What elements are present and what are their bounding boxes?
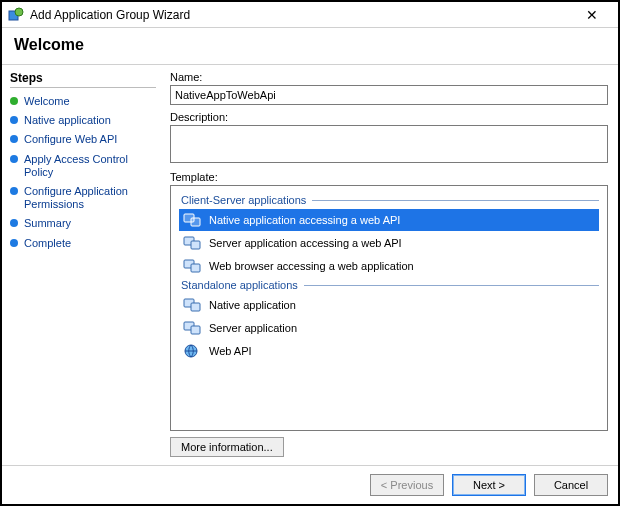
template-item-label: Server application accessing a web API xyxy=(209,237,402,249)
close-button[interactable]: ✕ xyxy=(572,7,612,23)
step-item[interactable]: Apply Access Control Policy xyxy=(10,150,156,182)
template-item-label: Native application xyxy=(209,299,296,311)
template-item-native-to-webapi[interactable]: Native application accessing a web API xyxy=(179,209,599,231)
template-label: Template: xyxy=(170,171,608,183)
native-app-icon xyxy=(183,297,201,313)
divider xyxy=(304,285,599,286)
step-label: Summary xyxy=(24,217,156,230)
window-title: Add Application Group Wizard xyxy=(30,8,572,22)
page-title: Welcome xyxy=(2,28,618,64)
name-input[interactable] xyxy=(170,85,608,105)
native-webapi-icon xyxy=(183,212,201,228)
template-item-server-app[interactable]: Server application xyxy=(179,317,599,339)
step-item[interactable]: Configure Application Permissions xyxy=(10,182,156,214)
description-label: Description: xyxy=(170,111,608,123)
step-item[interactable]: Native application xyxy=(10,111,156,130)
wizard-window: Add Application Group Wizard ✕ Welcome S… xyxy=(0,0,620,506)
name-label: Name: xyxy=(170,71,608,83)
browser-webapp-icon xyxy=(183,258,201,274)
template-item-label: Native application accessing a web API xyxy=(209,214,400,226)
steps-list: WelcomeNative applicationConfigure Web A… xyxy=(10,92,156,253)
template-item-label: Web browser accessing a web application xyxy=(209,260,414,272)
footer: < Previous Next > Cancel xyxy=(2,465,618,504)
step-bullet-icon xyxy=(10,116,18,124)
step-label: Native application xyxy=(24,114,156,127)
step-label: Apply Access Control Policy xyxy=(24,153,156,179)
template-list[interactable]: Client-Server applicationsNative applica… xyxy=(170,185,608,431)
template-item-native-app[interactable]: Native application xyxy=(179,294,599,316)
template-group-label: Standalone applications xyxy=(181,279,298,291)
svg-rect-3 xyxy=(191,218,200,226)
server-app-icon xyxy=(183,320,201,336)
next-button[interactable]: Next > xyxy=(452,474,526,496)
step-bullet-icon xyxy=(10,155,18,163)
template-group-title: Client-Server applications xyxy=(181,194,599,206)
titlebar: Add Application Group Wizard ✕ xyxy=(2,2,618,28)
template-group-title: Standalone applications xyxy=(181,279,599,291)
previous-button: < Previous xyxy=(370,474,444,496)
step-bullet-icon xyxy=(10,187,18,195)
svg-rect-5 xyxy=(191,241,200,249)
svg-rect-7 xyxy=(191,264,200,272)
web-api-icon xyxy=(183,343,201,359)
step-bullet-icon xyxy=(10,97,18,105)
step-bullet-icon xyxy=(10,135,18,143)
step-label: Configure Web API xyxy=(24,133,156,146)
template-item-server-to-webapi[interactable]: Server application accessing a web API xyxy=(179,232,599,254)
step-label: Welcome xyxy=(24,95,156,108)
wizard-body: Steps WelcomeNative applicationConfigure… xyxy=(2,64,618,465)
server-webapi-icon xyxy=(183,235,201,251)
step-item[interactable]: Summary xyxy=(10,214,156,233)
template-item-label: Server application xyxy=(209,322,297,334)
app-icon xyxy=(8,7,24,23)
more-info-button[interactable]: More information... xyxy=(170,437,284,457)
svg-rect-11 xyxy=(191,326,200,334)
description-input[interactable] xyxy=(170,125,608,163)
step-item[interactable]: Configure Web API xyxy=(10,130,156,149)
step-bullet-icon xyxy=(10,219,18,227)
template-item-browser-webapp[interactable]: Web browser accessing a web application xyxy=(179,255,599,277)
divider xyxy=(312,200,599,201)
step-item[interactable]: Welcome xyxy=(10,92,156,111)
step-label: Complete xyxy=(24,237,156,250)
step-bullet-icon xyxy=(10,239,18,247)
template-group-label: Client-Server applications xyxy=(181,194,306,206)
step-label: Configure Application Permissions xyxy=(24,185,156,211)
cancel-button[interactable]: Cancel xyxy=(534,474,608,496)
svg-point-1 xyxy=(15,8,23,16)
steps-panel: Steps WelcomeNative applicationConfigure… xyxy=(2,65,160,465)
template-item-label: Web API xyxy=(209,345,252,357)
template-item-web-api[interactable]: Web API xyxy=(179,340,599,362)
step-item[interactable]: Complete xyxy=(10,234,156,253)
steps-heading: Steps xyxy=(10,71,156,88)
main-panel: Name: Description: Template: Client-Serv… xyxy=(160,65,618,465)
svg-rect-9 xyxy=(191,303,200,311)
